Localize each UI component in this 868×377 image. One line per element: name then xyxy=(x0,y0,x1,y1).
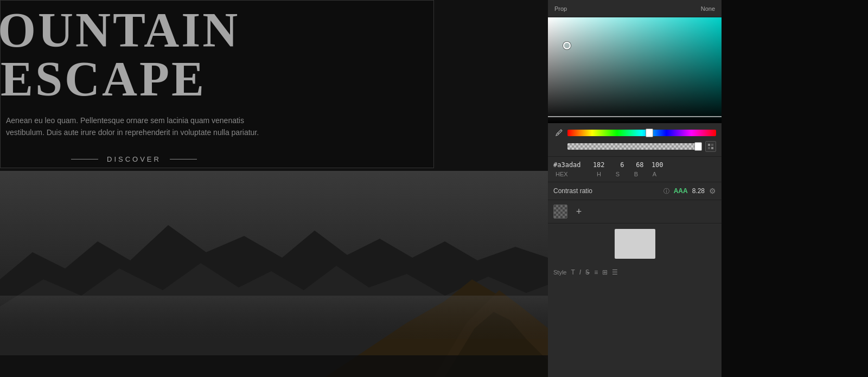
body-text: Aenean eu leo quam. Pellentesque ornare … xyxy=(1,104,364,139)
alpha-end-icon xyxy=(705,141,716,152)
color-gradient[interactable] xyxy=(548,17,722,123)
contrast-aaa-badge: AAA xyxy=(674,187,688,195)
contrast-settings-icon[interactable]: ⚙ xyxy=(709,187,716,195)
s-channel-label: S xyxy=(604,171,620,177)
svg-rect-10 xyxy=(708,147,710,149)
add-swatch-button[interactable]: + xyxy=(572,205,586,219)
h-channel-label: H xyxy=(586,171,601,177)
contrast-ratio-row: Contrast ratio ⓘ AAA 8.28 ⚙ xyxy=(548,182,722,200)
discover-line-left xyxy=(71,159,98,159)
italic-icon[interactable]: I xyxy=(579,269,581,276)
color-preview-section xyxy=(548,223,722,264)
b-channel-label: B xyxy=(623,171,638,177)
alpha-slider[interactable] xyxy=(567,143,702,150)
title-block: OUNTAIN ESCAPE xyxy=(1,1,433,104)
alpha-thumb xyxy=(694,142,702,151)
hue-slider-row xyxy=(553,127,716,138)
design-card: OUNTAIN ESCAPE Aenean eu leo quam. Pelle… xyxy=(0,0,434,168)
gradient-line xyxy=(548,116,722,117)
svg-rect-7 xyxy=(0,355,548,377)
discover-text[interactable]: DISCOVER xyxy=(107,155,161,163)
align-icon[interactable]: ≡ xyxy=(594,269,598,276)
a-channel-label: A xyxy=(641,171,656,177)
svg-rect-6 xyxy=(0,296,548,339)
eyedropper-button[interactable] xyxy=(553,127,564,138)
hue-slider[interactable] xyxy=(567,130,716,136)
g-value[interactable]: 6 xyxy=(608,161,624,169)
discover-row: DISCOVER xyxy=(1,139,433,163)
color-labels-row: HEX H S B A xyxy=(553,171,716,177)
checkerboard-swatch[interactable] xyxy=(553,205,567,219)
svg-rect-11 xyxy=(711,147,713,149)
color-preview-box[interactable] xyxy=(615,229,655,259)
style-label: Style xyxy=(553,269,566,276)
b-value[interactable]: 68 xyxy=(628,161,644,169)
bottom-toolbar-row: Style T I S̶ ≡ ⊞ ☰ xyxy=(553,269,716,276)
mountain-photo xyxy=(0,171,548,377)
bottom-panel: Style T I S̶ ≡ ⊞ ☰ xyxy=(548,264,722,377)
discover-line-right xyxy=(170,159,197,159)
hex-value[interactable]: #a3adad xyxy=(553,161,581,169)
contrast-ratio-label: Contrast ratio xyxy=(553,187,659,195)
contrast-info-icon[interactable]: ⓘ xyxy=(663,187,669,195)
strikethrough-icon[interactable]: S̶ xyxy=(585,269,590,276)
a-value[interactable]: 100 xyxy=(647,161,663,169)
color-picker-panel: Prop None xyxy=(548,0,722,377)
link-icon[interactable]: ⊞ xyxy=(602,269,608,276)
svg-rect-8 xyxy=(708,144,710,146)
hex-mode-label[interactable]: HEX xyxy=(556,171,572,177)
gradient-inner xyxy=(548,17,722,123)
alpha-spacer xyxy=(553,141,564,152)
topbar-prop-label: Prop xyxy=(554,5,567,12)
r-value[interactable]: 182 xyxy=(589,161,605,169)
mountain-svg xyxy=(0,171,548,377)
color-values-section: #a3adad 182 6 68 100 HEX H S B A xyxy=(548,157,722,182)
contrast-value: 8.28 xyxy=(692,187,705,195)
hue-thumb xyxy=(646,129,653,137)
canvas-area: OUNTAIN ESCAPE Aenean eu leo quam. Pelle… xyxy=(0,0,548,377)
sliders-section xyxy=(548,123,722,157)
text-style-icon[interactable]: T xyxy=(571,269,575,276)
swatches-row: + xyxy=(548,200,722,223)
topbar-none-label: None xyxy=(701,5,715,12)
svg-rect-9 xyxy=(711,144,713,146)
color-hex-row: #a3adad 182 6 68 100 xyxy=(553,161,716,169)
alpha-slider-row xyxy=(553,141,716,152)
list-icon[interactable]: ☰ xyxy=(612,269,618,276)
main-title: OUNTAIN ESCAPE xyxy=(1,6,433,104)
color-cursor[interactable] xyxy=(563,42,571,49)
picker-topbar: Prop None xyxy=(548,0,722,17)
